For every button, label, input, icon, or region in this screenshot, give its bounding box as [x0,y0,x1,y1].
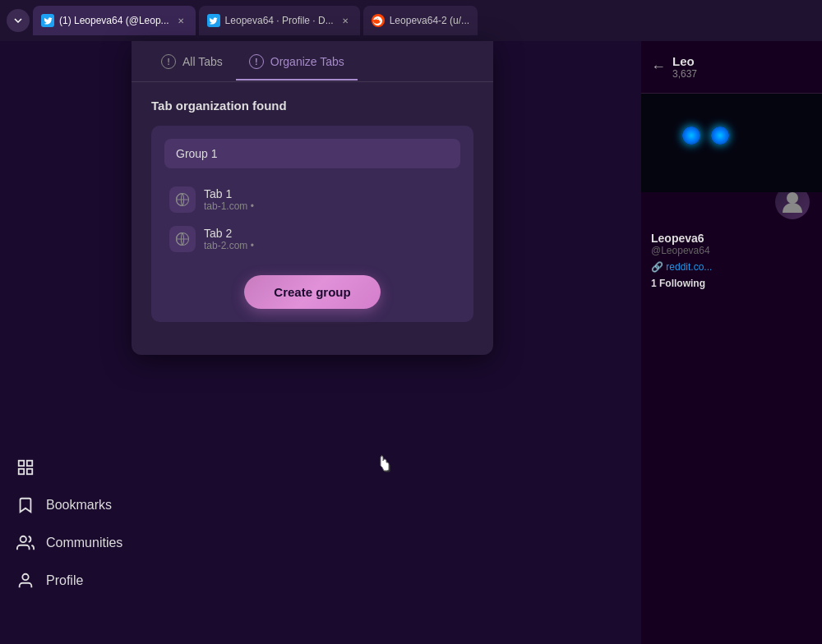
right-panel: ← Leo 3,637 [641,41,822,644]
communities-icon [16,534,35,552]
organize-tabs-label: Organize Tabs [270,55,344,68]
profile-handle: @Leopeva64 [651,245,812,256]
bookmark-icon [16,496,35,514]
cat-eye-left [682,126,700,145]
tab-item-2-url: tab-2.com • [204,240,254,251]
dropdown-panel: ! All Tabs ! Organize Tabs Tab organizat… [132,41,493,355]
tab-reddit-title: Leopeva64-2 (u/... [390,15,469,26]
tab-item-2-favicon [169,226,196,252]
svg-rect-1 [19,461,24,466]
tab-item-2-info: Tab 2 tab-2.com • [204,227,254,251]
back-button[interactable]: ← [651,58,666,76]
left-sidebar: Bookmarks Communities [0,41,132,644]
tab-bar: (1) Leopeva64 (@Leop... ✕ Leopeva64 · Pr… [0,0,822,41]
dropdown-body: Tab organization found Tab 1 [132,82,493,338]
profile-display-name: Leopeva6 [651,232,812,245]
sidebar-item-lists[interactable] [0,448,132,486]
group-name-input[interactable] [164,139,460,168]
all-tabs-label: All Tabs [182,55,223,68]
all-tabs-alert-icon: ! [161,54,176,69]
tab-twitter[interactable]: (1) Leopeva64 (@Leop... ✕ [33,6,196,35]
svg-point-7 [787,192,798,204]
twitter-favicon [41,14,54,27]
org-found-title: Tab organization found [151,99,473,113]
tab-twitter-close[interactable]: ✕ [174,14,187,27]
bookmarks-label: Bookmarks [46,498,112,513]
tab-reddit[interactable]: Leopeva64-2 (u/... [363,6,478,35]
sidebar-item-profile[interactable]: Profile [0,562,132,600]
create-group-label: Create group [274,285,350,299]
tab-profile[interactable]: Leopeva64 · Profile · D... ✕ [199,6,360,35]
cat-visual [641,94,822,192]
profile-followers-count: 3,637 [672,68,697,80]
tab-organize-tabs[interactable]: ! Organize Tabs [236,44,358,80]
svg-rect-4 [27,469,32,474]
communities-label: Communities [46,536,122,550]
tab-item-1-name: Tab 1 [204,187,254,200]
group-card: Tab 1 tab-1.com • Tab [151,126,473,322]
reddit-favicon [372,14,385,27]
tab-item-1-favicon [169,186,196,213]
list-icon [16,458,35,476]
tab-item-1-url: tab-1.com • [204,200,254,212]
organize-tabs-alert-icon: ! [249,54,264,69]
profile-cover [641,94,822,192]
cat-eye-right [711,126,729,145]
tab-item-2-name: Tab 2 [204,227,254,240]
tab-expand-button[interactable] [7,9,30,32]
profile-following: 1 Following [651,278,812,289]
svg-point-5 [21,536,26,542]
tab-twitter-title: (1) Leopeva64 (@Leop... [59,15,169,26]
profile-name-header: Leo [672,54,697,68]
sidebar-item-bookmarks[interactable]: Bookmarks [0,486,132,524]
profile-external-link[interactable]: 🔗 reddit.co... [651,261,812,273]
main-content: Bookmarks Communities [0,41,822,644]
svg-rect-3 [19,469,24,474]
profile-header: ← Leo 3,637 [641,41,822,94]
tab-profile-close[interactable]: ✕ [339,14,352,27]
tab-all-tabs[interactable]: ! All Tabs [148,44,236,80]
tab-item-1: Tab 1 tab-1.com • [164,180,460,219]
create-group-button[interactable]: Create group [244,275,380,309]
tab-profile-title: Leopeva64 · Profile · D... [225,15,334,26]
sidebar-item-communities[interactable]: Communities [0,524,132,562]
profile-info: Leopeva6 @Leopeva64 🔗 reddit.co... 1 Fol… [641,228,822,299]
tab-item-1-info: Tab 1 tab-1.com • [204,187,254,212]
browser-frame: (1) Leopeva64 (@Leop... ✕ Leopeva64 · Pr… [0,0,822,644]
svg-rect-2 [27,461,32,466]
dropdown-tabs: ! All Tabs ! Organize Tabs [132,41,493,82]
svg-point-6 [22,574,28,580]
tab-item-2: Tab 2 tab-2.com • [164,219,460,259]
profile-icon [16,572,35,590]
profile-favicon [207,14,220,27]
profile-label: Profile [46,573,83,588]
